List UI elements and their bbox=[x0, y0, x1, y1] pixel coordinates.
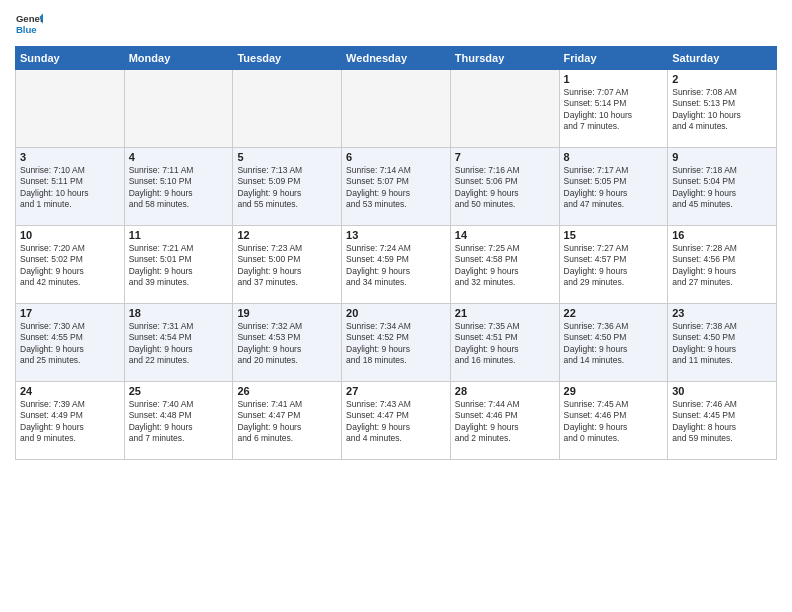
logo-icon: General Blue bbox=[15, 10, 43, 38]
day-number: 18 bbox=[129, 307, 229, 319]
day-number: 27 bbox=[346, 385, 446, 397]
day-info: Sunrise: 7:24 AM Sunset: 4:59 PM Dayligh… bbox=[346, 243, 446, 289]
calendar-cell: 19Sunrise: 7:32 AM Sunset: 4:53 PM Dayli… bbox=[233, 304, 342, 382]
day-info: Sunrise: 7:17 AM Sunset: 5:05 PM Dayligh… bbox=[564, 165, 664, 211]
weekday-thursday: Thursday bbox=[450, 47, 559, 70]
calendar-cell: 14Sunrise: 7:25 AM Sunset: 4:58 PM Dayli… bbox=[450, 226, 559, 304]
header: General Blue bbox=[15, 10, 777, 38]
calendar-cell: 9Sunrise: 7:18 AM Sunset: 5:04 PM Daylig… bbox=[668, 148, 777, 226]
week-row-5: 24Sunrise: 7:39 AM Sunset: 4:49 PM Dayli… bbox=[16, 382, 777, 460]
day-number: 19 bbox=[237, 307, 337, 319]
week-row-1: 1Sunrise: 7:07 AM Sunset: 5:14 PM Daylig… bbox=[16, 70, 777, 148]
day-number: 25 bbox=[129, 385, 229, 397]
weekday-friday: Friday bbox=[559, 47, 668, 70]
calendar-cell: 8Sunrise: 7:17 AM Sunset: 5:05 PM Daylig… bbox=[559, 148, 668, 226]
calendar-body: 1Sunrise: 7:07 AM Sunset: 5:14 PM Daylig… bbox=[16, 70, 777, 460]
calendar-cell: 2Sunrise: 7:08 AM Sunset: 5:13 PM Daylig… bbox=[668, 70, 777, 148]
day-info: Sunrise: 7:31 AM Sunset: 4:54 PM Dayligh… bbox=[129, 321, 229, 367]
calendar-cell: 16Sunrise: 7:28 AM Sunset: 4:56 PM Dayli… bbox=[668, 226, 777, 304]
calendar-cell: 30Sunrise: 7:46 AM Sunset: 4:45 PM Dayli… bbox=[668, 382, 777, 460]
day-info: Sunrise: 7:39 AM Sunset: 4:49 PM Dayligh… bbox=[20, 399, 120, 445]
day-info: Sunrise: 7:23 AM Sunset: 5:00 PM Dayligh… bbox=[237, 243, 337, 289]
day-number: 29 bbox=[564, 385, 664, 397]
day-info: Sunrise: 7:16 AM Sunset: 5:06 PM Dayligh… bbox=[455, 165, 555, 211]
day-number: 17 bbox=[20, 307, 120, 319]
weekday-monday: Monday bbox=[124, 47, 233, 70]
calendar-cell: 22Sunrise: 7:36 AM Sunset: 4:50 PM Dayli… bbox=[559, 304, 668, 382]
calendar-cell: 1Sunrise: 7:07 AM Sunset: 5:14 PM Daylig… bbox=[559, 70, 668, 148]
day-number: 15 bbox=[564, 229, 664, 241]
day-number: 21 bbox=[455, 307, 555, 319]
logo: General Blue bbox=[15, 10, 43, 38]
day-info: Sunrise: 7:28 AM Sunset: 4:56 PM Dayligh… bbox=[672, 243, 772, 289]
day-number: 24 bbox=[20, 385, 120, 397]
calendar-cell: 26Sunrise: 7:41 AM Sunset: 4:47 PM Dayli… bbox=[233, 382, 342, 460]
weekday-sunday: Sunday bbox=[16, 47, 125, 70]
svg-text:General: General bbox=[16, 13, 43, 24]
day-number: 2 bbox=[672, 73, 772, 85]
day-number: 11 bbox=[129, 229, 229, 241]
weekday-wednesday: Wednesday bbox=[342, 47, 451, 70]
calendar-cell: 3Sunrise: 7:10 AM Sunset: 5:11 PM Daylig… bbox=[16, 148, 125, 226]
calendar-cell bbox=[233, 70, 342, 148]
day-info: Sunrise: 7:40 AM Sunset: 4:48 PM Dayligh… bbox=[129, 399, 229, 445]
calendar-cell: 17Sunrise: 7:30 AM Sunset: 4:55 PM Dayli… bbox=[16, 304, 125, 382]
day-info: Sunrise: 7:38 AM Sunset: 4:50 PM Dayligh… bbox=[672, 321, 772, 367]
day-info: Sunrise: 7:27 AM Sunset: 4:57 PM Dayligh… bbox=[564, 243, 664, 289]
calendar-cell: 20Sunrise: 7:34 AM Sunset: 4:52 PM Dayli… bbox=[342, 304, 451, 382]
calendar-cell: 29Sunrise: 7:45 AM Sunset: 4:46 PM Dayli… bbox=[559, 382, 668, 460]
calendar-cell: 23Sunrise: 7:38 AM Sunset: 4:50 PM Dayli… bbox=[668, 304, 777, 382]
day-number: 3 bbox=[20, 151, 120, 163]
calendar-cell: 21Sunrise: 7:35 AM Sunset: 4:51 PM Dayli… bbox=[450, 304, 559, 382]
day-info: Sunrise: 7:34 AM Sunset: 4:52 PM Dayligh… bbox=[346, 321, 446, 367]
weekday-saturday: Saturday bbox=[668, 47, 777, 70]
day-info: Sunrise: 7:35 AM Sunset: 4:51 PM Dayligh… bbox=[455, 321, 555, 367]
day-number: 10 bbox=[20, 229, 120, 241]
week-row-2: 3Sunrise: 7:10 AM Sunset: 5:11 PM Daylig… bbox=[16, 148, 777, 226]
calendar-cell: 4Sunrise: 7:11 AM Sunset: 5:10 PM Daylig… bbox=[124, 148, 233, 226]
day-number: 22 bbox=[564, 307, 664, 319]
calendar-cell: 11Sunrise: 7:21 AM Sunset: 5:01 PM Dayli… bbox=[124, 226, 233, 304]
calendar-cell bbox=[450, 70, 559, 148]
day-info: Sunrise: 7:43 AM Sunset: 4:47 PM Dayligh… bbox=[346, 399, 446, 445]
calendar-cell: 6Sunrise: 7:14 AM Sunset: 5:07 PM Daylig… bbox=[342, 148, 451, 226]
day-info: Sunrise: 7:36 AM Sunset: 4:50 PM Dayligh… bbox=[564, 321, 664, 367]
calendar-cell: 27Sunrise: 7:43 AM Sunset: 4:47 PM Dayli… bbox=[342, 382, 451, 460]
week-row-3: 10Sunrise: 7:20 AM Sunset: 5:02 PM Dayli… bbox=[16, 226, 777, 304]
calendar-cell: 15Sunrise: 7:27 AM Sunset: 4:57 PM Dayli… bbox=[559, 226, 668, 304]
day-info: Sunrise: 7:32 AM Sunset: 4:53 PM Dayligh… bbox=[237, 321, 337, 367]
calendar-cell bbox=[342, 70, 451, 148]
calendar-cell bbox=[124, 70, 233, 148]
day-number: 8 bbox=[564, 151, 664, 163]
day-info: Sunrise: 7:11 AM Sunset: 5:10 PM Dayligh… bbox=[129, 165, 229, 211]
svg-text:Blue: Blue bbox=[16, 24, 37, 35]
weekday-header: SundayMondayTuesdayWednesdayThursdayFrid… bbox=[16, 47, 777, 70]
calendar-cell: 13Sunrise: 7:24 AM Sunset: 4:59 PM Dayli… bbox=[342, 226, 451, 304]
calendar-cell bbox=[16, 70, 125, 148]
day-info: Sunrise: 7:20 AM Sunset: 5:02 PM Dayligh… bbox=[20, 243, 120, 289]
calendar-cell: 7Sunrise: 7:16 AM Sunset: 5:06 PM Daylig… bbox=[450, 148, 559, 226]
day-number: 4 bbox=[129, 151, 229, 163]
day-number: 16 bbox=[672, 229, 772, 241]
calendar-cell: 5Sunrise: 7:13 AM Sunset: 5:09 PM Daylig… bbox=[233, 148, 342, 226]
calendar: SundayMondayTuesdayWednesdayThursdayFrid… bbox=[15, 46, 777, 460]
week-row-4: 17Sunrise: 7:30 AM Sunset: 4:55 PM Dayli… bbox=[16, 304, 777, 382]
day-info: Sunrise: 7:08 AM Sunset: 5:13 PM Dayligh… bbox=[672, 87, 772, 133]
day-info: Sunrise: 7:07 AM Sunset: 5:14 PM Dayligh… bbox=[564, 87, 664, 133]
day-info: Sunrise: 7:21 AM Sunset: 5:01 PM Dayligh… bbox=[129, 243, 229, 289]
calendar-cell: 10Sunrise: 7:20 AM Sunset: 5:02 PM Dayli… bbox=[16, 226, 125, 304]
day-number: 13 bbox=[346, 229, 446, 241]
day-info: Sunrise: 7:44 AM Sunset: 4:46 PM Dayligh… bbox=[455, 399, 555, 445]
day-info: Sunrise: 7:25 AM Sunset: 4:58 PM Dayligh… bbox=[455, 243, 555, 289]
day-number: 28 bbox=[455, 385, 555, 397]
day-number: 14 bbox=[455, 229, 555, 241]
day-info: Sunrise: 7:13 AM Sunset: 5:09 PM Dayligh… bbox=[237, 165, 337, 211]
day-number: 1 bbox=[564, 73, 664, 85]
weekday-tuesday: Tuesday bbox=[233, 47, 342, 70]
day-info: Sunrise: 7:10 AM Sunset: 5:11 PM Dayligh… bbox=[20, 165, 120, 211]
day-number: 5 bbox=[237, 151, 337, 163]
day-info: Sunrise: 7:41 AM Sunset: 4:47 PM Dayligh… bbox=[237, 399, 337, 445]
day-number: 9 bbox=[672, 151, 772, 163]
day-number: 20 bbox=[346, 307, 446, 319]
calendar-cell: 28Sunrise: 7:44 AM Sunset: 4:46 PM Dayli… bbox=[450, 382, 559, 460]
